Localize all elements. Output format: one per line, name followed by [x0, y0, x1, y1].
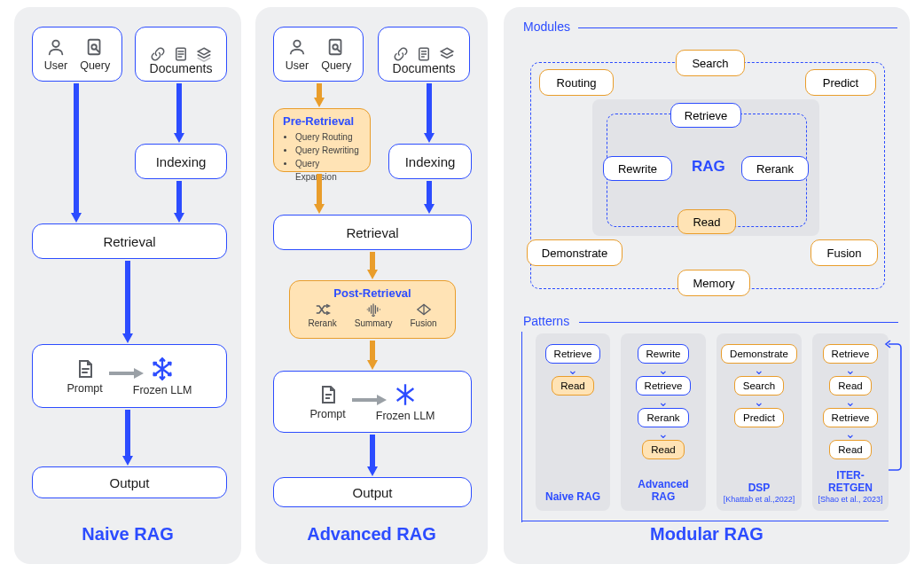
user-label: User: [44, 59, 67, 72]
patterns-bracket: [521, 332, 522, 522]
panel-advanced-rag: Advanced RAG User Query Documents Pre-Re…: [255, 7, 488, 564]
pattern-step: Retrieve: [823, 344, 879, 364]
pattern-col-iter: Retrieve⌄Read⌄Retrieve⌄ReadITER-RETGEN[S…: [812, 333, 889, 511]
pattern-col-dsp: Demonstrate⌄Search⌄PredictDSP[Khattab et…: [716, 333, 802, 511]
pattern-step: Retrieve: [823, 408, 879, 427]
node-retrieval: Retrieval: [273, 215, 472, 250]
pattern-title: Naive RAG: [545, 491, 600, 504]
chevron-down-icon: ⌄: [658, 366, 669, 373]
chevron-down-icon: ⌄: [658, 430, 669, 437]
prompt-label: Prompt: [67, 382, 103, 395]
node-output: Output: [32, 466, 227, 498]
pattern-step: Predict: [734, 408, 784, 427]
svg-point-4: [294, 40, 300, 46]
output-label: Output: [352, 485, 392, 500]
modules-section-label: Modules: [523, 20, 570, 34]
snowflake-icon: [393, 382, 418, 407]
pattern-title: Advanced RAG: [626, 479, 701, 504]
panel-title-advanced: Advanced RAG: [255, 524, 488, 545]
pattern-step: Retrieve: [545, 344, 601, 364]
pill-retrieve: Retrieve: [670, 103, 741, 128]
patterns-section-label: Patterns: [523, 314, 569, 328]
pattern-step: Read: [552, 376, 594, 396]
query-label: Query: [80, 59, 110, 72]
pre-item: Query Routing: [295, 130, 361, 144]
pill-routing: Routing: [539, 69, 614, 96]
cell-prompt: Prompt: [67, 358, 103, 395]
chevron-down-icon: ⌄: [845, 366, 856, 373]
panel-naive-rag: Naive RAG User Query Documents Indexing: [14, 7, 241, 564]
pattern-step: Search: [734, 376, 784, 396]
pattern-col-advanced: Rewrite⌄Retrieve⌄Rerank⌄ReadAdvanced RAG: [621, 333, 706, 511]
node-user-query: User Query: [32, 27, 122, 82]
chevron-down-icon: ⌄: [658, 398, 669, 405]
link-icon: [393, 46, 409, 62]
box-post-retrieval: Post-Retrieval Rerank Summary Fusion: [289, 280, 456, 339]
pattern-step: Read: [642, 440, 685, 459]
retrieval-label: Retrieval: [103, 234, 155, 249]
search-doc-icon: [85, 37, 105, 57]
node-indexing: Indexing: [135, 144, 227, 179]
post-rerank: Rerank: [308, 302, 336, 328]
pattern-title: DSP[Khattab et al.,2022]: [724, 482, 795, 504]
documents-label: Documents: [393, 61, 456, 75]
node-indexing: Indexing: [388, 144, 472, 179]
indexing-label: Indexing: [405, 154, 456, 169]
doc-icon: [173, 46, 189, 62]
pre-item: Query Rewriting: [295, 144, 361, 157]
person-icon: [287, 37, 307, 57]
link-icon: [150, 46, 166, 62]
frozenllm-label: Frozen LLM: [376, 410, 435, 422]
post-fusion: Fusion: [411, 302, 437, 328]
panel-title-naive: Naive RAG: [14, 524, 241, 545]
pattern-step: Read: [829, 376, 872, 396]
fusion-icon: [415, 302, 433, 317]
layers-icon: [196, 46, 212, 62]
pill-predict: Predict: [805, 69, 876, 96]
layers-icon: [439, 46, 455, 62]
pill-rerank: Rerank: [741, 156, 809, 181]
node-retrieval: Retrieval: [32, 223, 227, 259]
query-label: Query: [321, 59, 351, 72]
documents-label: Documents: [150, 61, 213, 75]
chevron-down-icon: ⌄: [845, 398, 856, 405]
pattern-step: Rewrite: [638, 344, 690, 364]
iter-loop-arrow: [887, 341, 904, 477]
chevron-down-icon: ⌄: [754, 398, 764, 405]
pill-search: Search: [676, 50, 745, 76]
chevron-down-icon: ⌄: [754, 366, 764, 373]
post-summary: Summary: [355, 302, 393, 328]
node-documents: Documents: [378, 27, 470, 82]
prompt-label: Prompt: [310, 408, 346, 420]
pattern-title: ITER-RETGEN[Shao et al., 2023]: [818, 470, 883, 504]
box-pre-retrieval: Pre-Retrieval Query Routing Query Rewrit…: [273, 108, 371, 172]
cell-query: Query: [80, 37, 110, 72]
pattern-step: Read: [829, 440, 872, 459]
pattern-step: Rerank: [638, 408, 688, 427]
panel-title-modular: Modular RAG: [504, 524, 910, 545]
snowflake-icon: [150, 357, 175, 381]
doc-icon: [416, 46, 432, 62]
person-icon: [46, 37, 66, 57]
output-label: Output: [109, 475, 149, 490]
frozenllm-label: Frozen LLM: [133, 384, 192, 396]
pill-fusion: Fusion: [810, 239, 878, 266]
node-prompt-frozen: Prompt Frozen LLM: [273, 371, 472, 433]
patterns-bracket-bottom: [521, 521, 889, 521]
soundwave-icon: [364, 302, 382, 317]
pre-item: Query Expansion: [295, 157, 361, 184]
user-label: User: [286, 59, 309, 72]
search-doc-icon: [326, 37, 346, 57]
pill-rewrite: Rewrite: [603, 156, 672, 181]
pill-memory: Memory: [677, 270, 750, 296]
pattern-step: Retrieve: [636, 376, 692, 396]
node-prompt-frozen: Prompt Frozen LLM: [32, 344, 227, 408]
indexing-label: Indexing: [156, 154, 207, 169]
pre-retrieval-title: Pre-Retrieval: [283, 114, 361, 128]
rag-center-label: RAG: [692, 158, 725, 176]
cell-user: User: [44, 37, 67, 72]
prompt-doc-icon: [74, 358, 96, 380]
pill-demonstrate: Demonstrate: [527, 239, 623, 266]
pre-retrieval-list: Query Routing Query Rewriting Query Expa…: [283, 130, 361, 184]
svg-point-0: [52, 40, 59, 46]
